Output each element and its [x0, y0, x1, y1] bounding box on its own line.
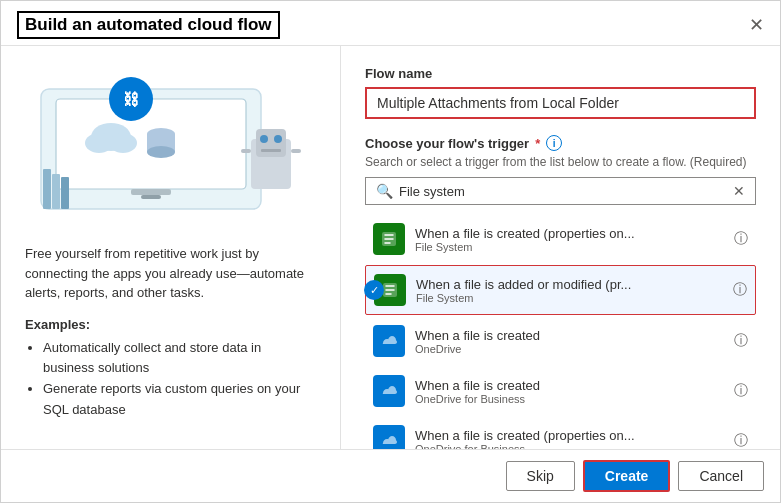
dialog-header: Build an automated cloud flow ✕ — [1, 1, 780, 46]
trigger-item-selected[interactable]: ✓ When a file is added or modified (pr..… — [365, 265, 756, 315]
trigger-icon-green — [373, 223, 405, 255]
trigger-source: File System — [415, 241, 724, 253]
trigger-item[interactable]: When a file is created OneDrive ⓘ — [365, 317, 756, 365]
trigger-icon-blue — [373, 425, 405, 449]
illustration-svg: ⛓ — [31, 69, 311, 224]
svg-rect-16 — [241, 149, 251, 153]
svg-point-7 — [147, 146, 175, 158]
dialog-footer: Skip Create Cancel — [1, 449, 780, 502]
svg-rect-9 — [52, 174, 60, 209]
trigger-info-icon[interactable]: ⓘ — [734, 432, 748, 449]
trigger-info-icon[interactable]: ⓘ — [734, 382, 748, 400]
trigger-text: When a file is created (properties on...… — [415, 428, 724, 450]
svg-point-14 — [274, 135, 282, 143]
svg-point-4 — [109, 133, 137, 153]
list-item: Generate reports via custom queries on y… — [43, 379, 316, 421]
search-input[interactable] — [399, 184, 727, 199]
onedrive-biz-icon — [380, 382, 398, 400]
svg-rect-10 — [61, 177, 69, 209]
trigger-text: When a file is created OneDrive — [415, 328, 724, 355]
info-icon[interactable]: i — [546, 135, 562, 151]
svg-rect-20 — [131, 189, 171, 195]
trigger-info-icon[interactable]: ⓘ — [733, 281, 747, 299]
required-star: * — [535, 136, 540, 151]
trigger-item[interactable]: When a file is created (properties on...… — [365, 417, 756, 449]
svg-rect-12 — [256, 129, 286, 157]
trigger-icon-blue — [373, 325, 405, 357]
search-clear-icon[interactable]: ✕ — [733, 183, 745, 199]
svg-rect-21 — [141, 195, 161, 199]
trigger-info-icon[interactable]: ⓘ — [734, 332, 748, 350]
create-button[interactable]: Create — [583, 460, 671, 492]
search-box: 🔍 ✕ — [365, 177, 756, 205]
check-badge: ✓ — [364, 280, 384, 300]
trigger-text: When a file is created (properties on...… — [415, 226, 724, 253]
trigger-name: When a file is created (properties on... — [415, 226, 724, 241]
list-item: Automatically collect and store data in … — [43, 338, 316, 380]
examples-list: Automatically collect and store data in … — [25, 338, 316, 421]
skip-button[interactable]: Skip — [506, 461, 575, 491]
trigger-icon-blue — [373, 375, 405, 407]
description-text: Free yourself from repetitive work just … — [25, 244, 316, 303]
flow-name-label: Flow name — [365, 66, 756, 81]
search-note: Search or select a trigger from the list… — [365, 155, 756, 169]
trigger-source: OneDrive — [415, 343, 724, 355]
trigger-source: OneDrive for Business — [415, 443, 724, 450]
trigger-name: When a file is created — [415, 328, 724, 343]
trigger-text: When a file is added or modified (pr... … — [416, 277, 723, 304]
trigger-source: OneDrive for Business — [415, 393, 724, 405]
dialog-body: ⛓ Free yourself from repetitive work jus… — [1, 46, 780, 449]
close-button[interactable]: ✕ — [749, 16, 764, 34]
trigger-info-icon[interactable]: ⓘ — [734, 230, 748, 248]
svg-point-13 — [260, 135, 268, 143]
trigger-source: File System — [416, 292, 723, 304]
right-panel: Flow name Choose your flow's trigger * i… — [341, 46, 780, 449]
trigger-text: When a file is created OneDrive for Busi… — [415, 378, 724, 405]
svg-point-3 — [85, 133, 113, 153]
trigger-label-text: Choose your flow's trigger — [365, 136, 529, 151]
svg-rect-15 — [261, 149, 281, 152]
dialog-title: Build an automated cloud flow — [17, 11, 280, 39]
flow-name-input[interactable] — [365, 87, 756, 119]
trigger-item[interactable]: When a file is created OneDrive for Busi… — [365, 367, 756, 415]
svg-text:⛓: ⛓ — [123, 91, 139, 108]
dialog: Build an automated cloud flow ✕ — [0, 0, 781, 503]
search-icon: 🔍 — [376, 183, 393, 199]
trigger-label: Choose your flow's trigger * i — [365, 135, 756, 151]
cancel-button[interactable]: Cancel — [678, 461, 764, 491]
trigger-item[interactable]: When a file is created (properties on...… — [365, 215, 756, 263]
trigger-name: When a file is created (properties on... — [415, 428, 724, 443]
trigger-name: When a file is created — [415, 378, 724, 393]
examples-title: Examples: — [25, 317, 316, 332]
svg-rect-8 — [43, 169, 51, 209]
trigger-list: When a file is created (properties on...… — [365, 215, 756, 449]
illustration: ⛓ — [25, 66, 316, 226]
onedrive-biz-icon2 — [380, 432, 398, 449]
trigger-name: When a file is added or modified (pr... — [416, 277, 723, 292]
onedrive-icon — [380, 332, 398, 350]
svg-rect-17 — [291, 149, 301, 153]
file-system-icon — [380, 230, 398, 248]
left-panel: ⛓ Free yourself from repetitive work jus… — [1, 46, 341, 449]
